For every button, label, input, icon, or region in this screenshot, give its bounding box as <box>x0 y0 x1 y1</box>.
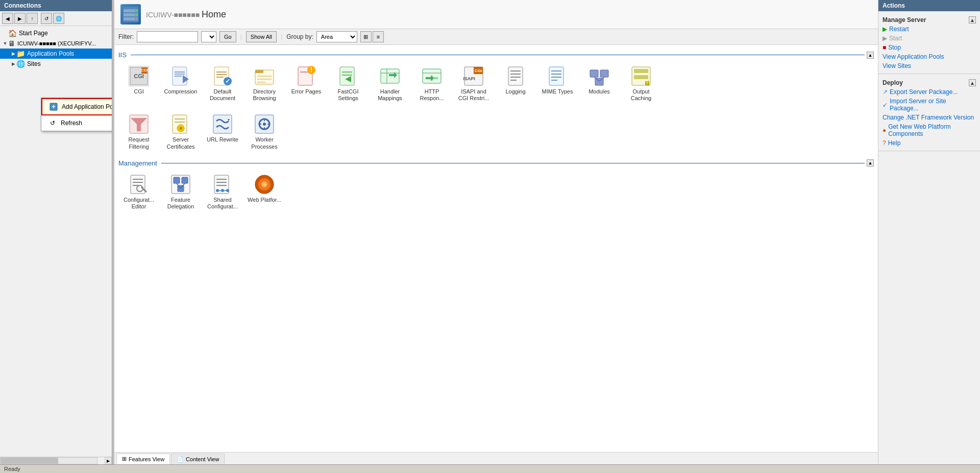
feature-worker-processes[interactable]: Worker Processes <box>244 111 285 153</box>
deploy-title: Deploy ▲ <box>878 77 980 87</box>
feature-error-pages[interactable]: ! Error Pages <box>286 63 327 105</box>
bottom-tabs: ⊞ Features View 📄 Content View <box>114 452 878 464</box>
feature-isapi-cgi[interactable]: CGI ISAPI ISAPI and CGI Restri... <box>453 63 494 105</box>
configuration-editor-icon <box>129 174 149 195</box>
feature-web-platform[interactable]: Web Platfor... <box>244 171 285 213</box>
management-icons-grid: Configurat... Editor Fea <box>118 171 874 213</box>
svg-text:⚡: ⚡ <box>644 79 651 86</box>
feature-modules[interactable]: Modules <box>579 63 620 105</box>
svg-point-97 <box>226 189 229 192</box>
default-document-label: Default Document <box>204 88 241 102</box>
logging-icon <box>505 66 526 86</box>
svg-point-96 <box>221 189 224 192</box>
feature-delegation[interactable]: Feature Delegation <box>160 171 201 213</box>
add-application-pool-menu-item[interactable]: + Add Application Pool... <box>41 98 112 115</box>
svg-point-8 <box>135 18 137 20</box>
svg-rect-62 <box>634 69 648 73</box>
help-link[interactable]: ? Help <box>878 138 980 148</box>
http-response-icon <box>422 66 442 86</box>
export-package-link[interactable]: ↗ Export Server Package... <box>878 87 980 97</box>
feature-cgi[interactable]: CGI CGI CGI <box>118 63 159 105</box>
refresh-button[interactable]: ↺ <box>41 13 52 24</box>
tab-content-view[interactable]: 📄 Content View <box>171 454 225 464</box>
feature-mime-types[interactable]: MIME Types <box>537 63 578 105</box>
management-section-collapse[interactable]: ▲ <box>867 159 874 167</box>
stop-link[interactable]: ■ Stop <box>878 43 980 52</box>
cgi-label: CGI <box>134 88 144 95</box>
stop-icon: ■ <box>883 44 886 51</box>
go-button[interactable]: Go <box>219 31 236 42</box>
svg-text:ISAPI: ISAPI <box>463 76 475 81</box>
icons-view-button[interactable]: ⊞ <box>360 31 372 42</box>
tree-item-app-pools[interactable]: ▶ 📁 Application Pools <box>0 49 112 59</box>
help-icon: ? <box>883 139 886 147</box>
up-button[interactable]: ↑ <box>27 13 38 24</box>
context-menu: + Add Application Pool... ↺ Refresh <box>41 98 112 131</box>
feature-url-rewrite[interactable]: URL Rewrite <box>202 111 243 153</box>
server-icon: 🖥 <box>8 39 15 48</box>
isapi-cgi-icon: CGI ISAPI <box>463 66 484 86</box>
svg-rect-86 <box>174 177 180 183</box>
import-package-link[interactable]: ↙ Import Server or Site Package... <box>878 97 980 113</box>
feature-shared-configuration[interactable]: Shared Configurat... <box>202 171 243 213</box>
modules-label: Modules <box>589 88 610 95</box>
filter-input[interactable] <box>137 31 198 42</box>
feature-handler-mappings[interactable]: Handler Mappings <box>370 63 410 105</box>
features-content: IIS ▲ CGI CGI CGI <box>114 45 878 452</box>
tab-features-view[interactable]: ⊞ Features View <box>116 454 170 464</box>
view-icons: ⊞ ≡ <box>360 31 384 42</box>
restart-link[interactable]: ▶ Restart <box>878 25 980 34</box>
feature-configuration-editor[interactable]: Configurat... Editor <box>118 171 159 213</box>
globe-button[interactable]: 🌐 <box>53 13 64 24</box>
start-link[interactable]: ▶ Start <box>878 34 980 43</box>
status-bar: Ready <box>0 464 980 473</box>
tree-item-start-page[interactable]: 🏠 Start Page <box>0 28 112 38</box>
svg-text:★: ★ <box>178 125 184 132</box>
feature-http-response[interactable]: HTTP Respon... <box>411 63 452 105</box>
management-section-label: Management <box>118 159 157 167</box>
feature-directory-browsing[interactable]: Directory Browsing <box>244 63 285 105</box>
actions-panel: Actions Manage Server ▲ ▶ Restart ▶ Star… <box>878 0 980 464</box>
feature-compression[interactable]: Compression <box>160 63 201 105</box>
feature-default-document[interactable]: ✓ Default Document <box>202 63 243 105</box>
back-button[interactable]: ◀ <box>2 13 13 24</box>
get-web-platform-link[interactable]: ● Get New Web Platform Components <box>878 122 980 138</box>
forward-button[interactable]: ▶ <box>14 13 26 24</box>
actions-header: Actions <box>878 0 980 11</box>
iis-section-collapse[interactable]: ▲ <box>867 52 874 59</box>
feature-server-certificates[interactable]: ★ Server Certificates <box>160 111 201 153</box>
tree-item-sites[interactable]: ▶ 🌐 Sites <box>0 59 112 69</box>
svg-point-79 <box>263 123 266 126</box>
group-by-dropdown[interactable]: Area Category <box>316 31 357 42</box>
view-app-pools-link[interactable]: View Application Pools <box>878 52 980 61</box>
svg-point-103 <box>263 183 266 186</box>
show-all-button[interactable]: Show All <box>246 31 277 42</box>
feature-logging[interactable]: Logging <box>495 63 536 105</box>
isapi-cgi-label: ISAPI and CGI Restri... <box>455 88 492 102</box>
web-platform-action-icon: ● <box>883 127 886 134</box>
feature-fastcgi[interactable]: FastCGI Settings <box>328 63 369 105</box>
manage-server-collapse[interactable]: ▲ <box>969 16 976 23</box>
change-net-link[interactable]: Change .NET Framework Version <box>878 113 980 122</box>
svg-text:✓: ✓ <box>225 78 230 85</box>
view-sites-link[interactable]: View Sites <box>878 61 980 70</box>
deploy-collapse[interactable]: ▲ <box>969 79 976 86</box>
http-response-label: HTTP Respon... <box>413 88 450 102</box>
feature-request-filtering[interactable]: Request Filtering <box>118 111 159 153</box>
filter-dropdown[interactable] <box>201 31 216 42</box>
filter-bar: Filter: Go | Show All | Group by: Area C… <box>114 29 878 45</box>
list-view-button[interactable]: ≡ <box>373 31 384 42</box>
refresh-menu-item[interactable]: ↺ Refresh <box>41 115 112 131</box>
restart-icon: ▶ <box>883 26 887 33</box>
web-platform-icon <box>254 174 275 195</box>
refresh-icon: ↺ <box>47 118 58 128</box>
svg-rect-56 <box>590 70 598 77</box>
tree-item-server[interactable]: ▼ 🖥 ICUIWV-■■■■■ (XECURIFYV... <box>0 38 112 49</box>
worker-processes-label: Worker Processes <box>246 136 283 150</box>
expand-icon: ▼ <box>2 41 8 46</box>
feature-output-caching[interactable]: ⚡ Output Caching <box>621 63 662 105</box>
svg-text:CGI: CGI <box>141 68 148 73</box>
mime-types-icon <box>547 66 568 86</box>
compression-label: Compression <box>164 88 198 95</box>
deploy-section: Deploy ▲ ↗ Export Server Package... ↙ Im… <box>878 74 980 151</box>
